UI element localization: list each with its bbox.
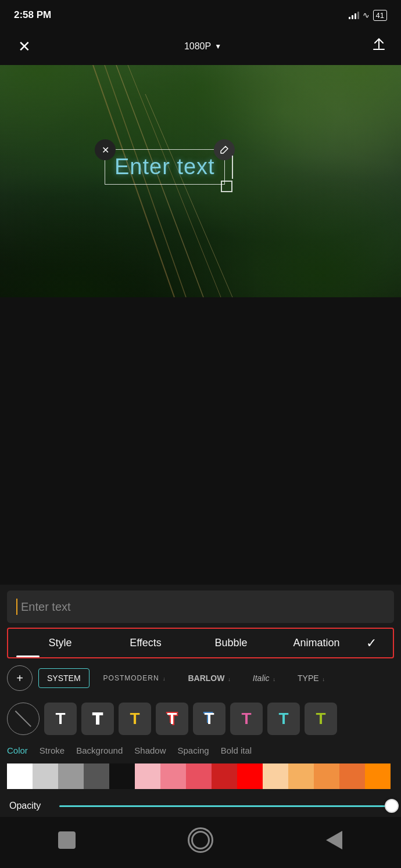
add-font-button[interactable]: +: [7, 665, 33, 691]
swatch-darkred[interactable]: [212, 763, 237, 789]
record-inner-icon: [191, 831, 210, 849]
style-cyan-button[interactable]: T: [267, 703, 300, 735]
stop-icon: [58, 831, 76, 849]
tab-animation[interactable]: Animation: [274, 629, 359, 657]
style-red-button[interactable]: T: [156, 703, 188, 735]
status-bar: 2:58 PM ∿ 41: [0, 0, 401, 28]
style-pink-button[interactable]: T: [230, 703, 263, 735]
font-chip-system[interactable]: SYSTEM: [38, 668, 89, 688]
swatch-lightgray[interactable]: [33, 763, 58, 789]
delete-handle[interactable]: ✕: [95, 139, 116, 160]
style-plain-button[interactable]: T: [44, 703, 77, 735]
color-swatches: [0, 760, 401, 795]
text-overlay-text: Enter text: [114, 154, 215, 179]
text-overlay-element[interactable]: ✕ Enter text: [105, 149, 225, 185]
text-input-container[interactable]: Enter text: [7, 590, 394, 623]
style-tabs: Style Effects Bubble Animation ✓: [7, 628, 394, 658]
text-style-icons: T T T T T T T T: [0, 698, 401, 740]
swatch-lightpink[interactable]: [135, 763, 160, 789]
font-selector-row: + SYSTEM POSTMODERN ↓ BARLOW ↓ Italic ↓ …: [0, 658, 401, 698]
font-chip-italic[interactable]: Italic ↓: [245, 669, 284, 687]
opacity-label: Opacity: [9, 801, 50, 811]
swatch-gray[interactable]: [58, 763, 84, 789]
font-chip-label: Italic: [253, 673, 270, 683]
color-tab-stroke[interactable]: Stroke: [40, 745, 65, 758]
resolution-label: 1080P: [184, 41, 211, 52]
style-green-button[interactable]: T: [305, 703, 337, 735]
width-handle[interactable]: [230, 156, 235, 179]
status-time: 2:58 PM: [14, 9, 51, 21]
color-tab-spacing[interactable]: Spacing: [178, 745, 209, 758]
font-chip-postmodern[interactable]: POSTMODERN ↓: [95, 669, 174, 687]
confirm-button[interactable]: ✓: [359, 631, 384, 655]
record-icon: [188, 827, 213, 853]
swatch-white[interactable]: [7, 763, 33, 789]
font-chip-label: BARLOW: [188, 673, 224, 683]
back-icon: [326, 831, 342, 849]
record-button[interactable]: [187, 826, 214, 854]
swatch-orange[interactable]: [314, 763, 339, 789]
opacity-thumb[interactable]: [385, 799, 399, 813]
swatch-darkorange[interactable]: [339, 763, 365, 789]
tab-effects[interactable]: Effects: [103, 629, 188, 657]
color-tab-color[interactable]: Color: [7, 745, 28, 758]
color-tab-bold-italic[interactable]: Bold ital: [221, 745, 252, 758]
style-none-button[interactable]: [7, 703, 40, 735]
wifi-icon: ∿: [363, 10, 370, 20]
status-icons: ∿ 41: [349, 10, 387, 21]
color-tab-shadow[interactable]: Shadow: [134, 745, 166, 758]
resolution-selector[interactable]: 1080P ▼: [184, 41, 221, 52]
style-blue-outline-button[interactable]: T: [193, 703, 225, 735]
svg-line-3: [145, 94, 232, 297]
resize-handle[interactable]: [221, 181, 232, 192]
export-button[interactable]: [371, 37, 387, 56]
top-bar: ✕ 1080P ▼: [0, 28, 401, 65]
swatch-peach[interactable]: [263, 763, 288, 789]
swatch-lightorange[interactable]: [288, 763, 314, 789]
font-chip-label: POSTMODERN: [103, 674, 159, 682]
swatch-darkgray[interactable]: [84, 763, 109, 789]
tab-active-indicator: [16, 655, 40, 657]
video-preview[interactable]: ✕ Enter text: [0, 65, 401, 297]
text-input[interactable]: Enter text: [21, 600, 71, 614]
tab-style[interactable]: Style: [17, 629, 103, 657]
opacity-slider[interactable]: [59, 805, 392, 807]
bottom-panel: Enter text Style Effects Bubble Animatio…: [0, 585, 401, 868]
stop-button[interactable]: [53, 826, 81, 854]
signal-icon: [349, 11, 359, 19]
color-tab-background[interactable]: Background: [76, 745, 123, 758]
back-button[interactable]: [320, 826, 348, 854]
swatch-red[interactable]: [237, 763, 263, 789]
swatch-black[interactable]: [109, 763, 135, 789]
tab-bubble[interactable]: Bubble: [188, 629, 274, 657]
close-button[interactable]: ✕: [14, 36, 35, 57]
style-yellow-button[interactable]: T: [119, 703, 151, 735]
style-stroke-button[interactable]: T: [81, 703, 114, 735]
font-chip-type[interactable]: TYPE ↓: [289, 669, 333, 687]
color-tabs: Color Stroke Background Shadow Spacing B…: [0, 740, 401, 760]
swatch-rose[interactable]: [186, 763, 212, 789]
swatch-pink[interactable]: [160, 763, 186, 789]
swatch-amber[interactable]: [365, 763, 391, 789]
font-chip-label: TYPE: [298, 673, 319, 683]
opacity-row: Opacity: [0, 795, 401, 817]
bottom-navigation: [0, 817, 401, 868]
font-chip-label: SYSTEM: [47, 673, 81, 683]
resolution-arrow-icon: ▼: [214, 42, 221, 51]
text-cursor: [16, 599, 17, 615]
battery-icon: 41: [373, 10, 387, 21]
font-chip-barlow[interactable]: BARLOW ↓: [180, 669, 238, 687]
